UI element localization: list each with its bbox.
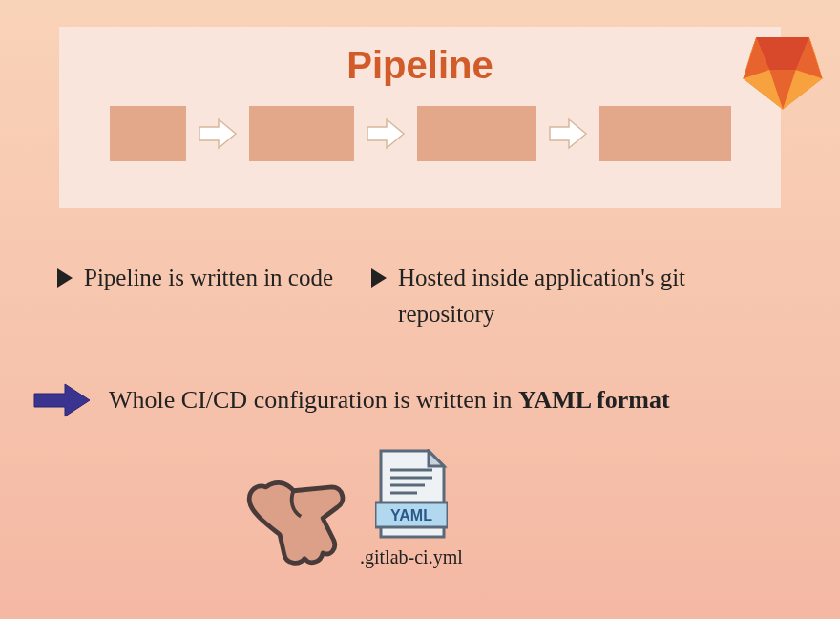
arrow-right-blue-icon <box>32 382 92 418</box>
pointing-hand-icon <box>239 463 348 573</box>
callout-row: Whole CI/CD configuration is written in … <box>32 382 670 418</box>
pipeline-stage-box <box>249 106 354 161</box>
arrow-right-icon <box>548 117 588 150</box>
pipeline-stage-box <box>599 106 731 161</box>
pipeline-stages-row <box>88 106 752 161</box>
bullet-triangle-icon <box>371 268 387 288</box>
file-section: YAML .gitlab-ci.yml <box>239 449 506 611</box>
arrow-right-icon <box>366 117 406 150</box>
pipeline-title: Pipeline <box>88 44 752 87</box>
pipeline-stage-box <box>110 106 186 161</box>
file-name-label: .gitlab-ci.yml <box>360 546 463 568</box>
pipeline-panel: Pipeline <box>59 27 781 208</box>
yaml-badge-text: YAML <box>390 507 432 523</box>
callout-prefix: Whole CI/CD configuration is written in <box>109 386 518 414</box>
callout-text: Whole CI/CD configuration is written in … <box>109 386 670 415</box>
callout-strong: YAML format <box>518 386 670 414</box>
bullet-list: Pipeline is written in code Hosted insid… <box>57 260 802 331</box>
yaml-file-icon: YAML <box>375 449 448 541</box>
bullet-text: Pipeline is written in code <box>84 260 333 296</box>
bullet-triangle-icon <box>57 268 73 288</box>
file-column: YAML .gitlab-ci.yml <box>360 449 463 568</box>
gitlab-logo-icon <box>739 29 827 113</box>
bullet-item: Hosted inside application's git reposito… <box>371 260 715 331</box>
bullet-item: Pipeline is written in code <box>57 260 333 331</box>
bullet-text: Hosted inside application's git reposito… <box>398 260 715 331</box>
arrow-right-icon <box>198 117 238 150</box>
pipeline-stage-box <box>417 106 536 161</box>
